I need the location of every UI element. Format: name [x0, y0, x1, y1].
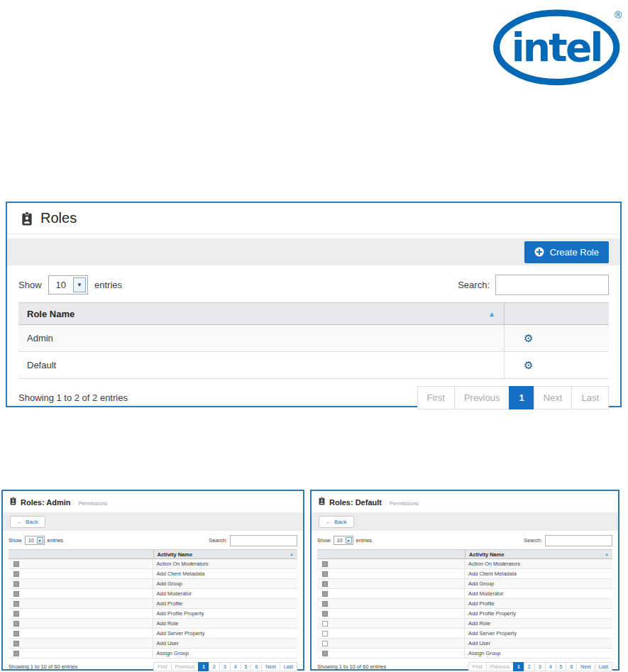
search-input[interactable] — [230, 535, 297, 546]
create-role-button[interactable]: Create Role — [524, 241, 609, 263]
chevron-down-icon: ▼ — [346, 537, 352, 544]
gear-icon[interactable]: ⚙ — [524, 360, 533, 370]
activity-name-cell: Add Profile — [153, 600, 298, 607]
page-button-3[interactable]: 3 — [534, 662, 546, 671]
roles-table: Role Name ▲ Admin⚙Default⚙ — [18, 302, 609, 379]
entries-label: entries — [94, 280, 122, 290]
activity-row: Add Group — [317, 579, 612, 589]
activities-table: Activity Name ▲ Action On ModeratorsAdd … — [9, 549, 297, 659]
activity-name-cell: Add Group — [465, 580, 612, 587]
activity-checkbox[interactable] — [13, 621, 19, 627]
panel-toolbar: ← Back — [3, 512, 303, 531]
activity-row: Add Role — [317, 619, 612, 629]
activity-checkbox[interactable] — [13, 651, 19, 656]
activity-name-cell: Add Profile Property — [153, 610, 298, 617]
activity-checkbox[interactable] — [322, 561, 328, 567]
show-label: Show — [9, 537, 22, 544]
activity-row: Add Moderator — [9, 589, 297, 599]
gear-icon[interactable]: ⚙ — [524, 333, 533, 343]
activity-checkbox[interactable] — [322, 631, 328, 637]
roles-panel: Roles Create Role Show 10 ▼ entries Sear… — [6, 202, 622, 407]
activity-checkbox[interactable] — [322, 651, 328, 656]
activity-row: Add Server Property — [317, 629, 612, 639]
page-size-select[interactable]: 10 ▼ — [25, 536, 45, 545]
activity-checkbox[interactable] — [13, 561, 19, 567]
back-button[interactable]: ← Back — [10, 516, 45, 528]
column-header-role-name[interactable]: Role Name ▲ — [18, 303, 504, 324]
entries-label: entries — [356, 537, 373, 544]
page-button-4[interactable]: 4 — [545, 662, 556, 671]
activity-checkbox[interactable] — [322, 571, 328, 577]
panel-title: Roles: Default — [329, 498, 382, 507]
activity-row: Add Role — [9, 619, 297, 629]
page-button-4[interactable]: 4 — [230, 662, 241, 671]
activity-row: Add Group — [9, 579, 297, 589]
role-name-cell: Admin — [18, 333, 504, 343]
roles-admin-permissions-panel: Roles: Admin Permissions ← Back Show 10 … — [1, 490, 304, 671]
role-name-cell: Default — [18, 360, 504, 370]
sort-asc-icon: ▲ — [290, 552, 294, 556]
panel-subtitle: Permissions — [79, 500, 108, 507]
page-button-next[interactable]: Next — [576, 662, 595, 671]
entries-info: Showing 1 to 10 of 60 entries — [317, 663, 386, 670]
activity-checkbox-cell — [317, 629, 465, 638]
page-button-2[interactable]: 2 — [524, 662, 535, 671]
page-button-2[interactable]: 2 — [209, 662, 220, 671]
activity-checkbox[interactable] — [322, 621, 328, 627]
activities-table-body: Action On ModeratorsAdd Client MetadataA… — [9, 559, 297, 659]
back-button[interactable]: ← Back — [319, 516, 354, 528]
page-size-select[interactable]: 10 ▼ — [48, 275, 88, 294]
table-controls: Show 10 ▼ entries Search: — [7, 274, 620, 295]
activities-pagination: FirstPrevious123456NextLast — [469, 662, 612, 671]
page-button-last[interactable]: Last — [595, 662, 612, 671]
activity-checkbox[interactable] — [322, 601, 328, 607]
create-role-label: Create Role — [550, 247, 599, 258]
panel-subtitle: Permissions — [390, 500, 419, 507]
page-button-5[interactable]: 5 — [556, 662, 567, 671]
search-input[interactable] — [495, 275, 609, 295]
activity-checkbox[interactable] — [322, 581, 328, 587]
activity-name-cell: Add Server Property — [465, 630, 612, 637]
activity-checkbox-cell — [9, 579, 153, 588]
page-size-select[interactable]: 10 ▼ — [334, 536, 353, 545]
page-button-5[interactable]: 5 — [241, 662, 252, 671]
chevron-down-icon: ▼ — [73, 277, 86, 292]
activity-row: Add Moderator — [317, 589, 612, 599]
column-header-activity-name[interactable]: Activity Name ▲ — [465, 550, 612, 558]
activity-checkbox[interactable] — [13, 641, 19, 646]
search-input[interactable] — [545, 535, 612, 546]
activity-checkbox[interactable] — [322, 611, 328, 617]
table-row: Admin⚙ — [18, 325, 609, 352]
activity-checkbox[interactable] — [13, 631, 19, 637]
roles-toolbar: Create Role — [7, 238, 620, 265]
entries-info: Showing 1 to 2 of 2 entries — [18, 392, 128, 403]
activities-table-header-row: Activity Name ▲ — [317, 549, 612, 559]
page-button-last[interactable]: Last — [280, 662, 297, 671]
page-button-next: Next — [534, 386, 573, 409]
panel-title: Roles: Admin — [21, 498, 71, 507]
activity-checkbox[interactable] — [13, 601, 19, 607]
page-button-1[interactable]: 1 — [513, 662, 524, 671]
activity-row: Assign Group — [317, 649, 612, 659]
page-button-3[interactable]: 3 — [219, 662, 231, 671]
activities-table-body: Action On ModeratorsAdd Client MetadataA… — [317, 559, 612, 659]
activity-checkbox-cell — [9, 569, 153, 578]
page-button-6[interactable]: 6 — [566, 662, 577, 671]
activity-checkbox[interactable] — [13, 591, 19, 597]
activity-checkbox[interactable] — [322, 591, 328, 597]
page-size-value: 10 — [334, 538, 346, 543]
activities-pagination: FirstPrevious123456NextLast — [154, 662, 297, 671]
page-button-1[interactable]: 1 — [198, 662, 209, 671]
activity-checkbox[interactable] — [13, 571, 19, 577]
activity-checkbox[interactable] — [322, 641, 328, 646]
activity-row: Action On Moderators — [9, 559, 297, 569]
activity-name-cell: Add Client Metadata — [153, 571, 298, 577]
page-button-1[interactable]: 1 — [509, 386, 534, 409]
page-button-next[interactable]: Next — [261, 662, 280, 671]
page-button-6[interactable]: 6 — [250, 662, 262, 671]
activity-checkbox[interactable] — [13, 581, 19, 587]
panel-header: Roles: Admin Permissions — [3, 491, 303, 510]
column-header-activity-name[interactable]: Activity Name ▲ — [153, 550, 298, 558]
activity-checkbox[interactable] — [13, 611, 19, 617]
table-controls: Show 10 ▼ entries Search: — [312, 534, 618, 547]
